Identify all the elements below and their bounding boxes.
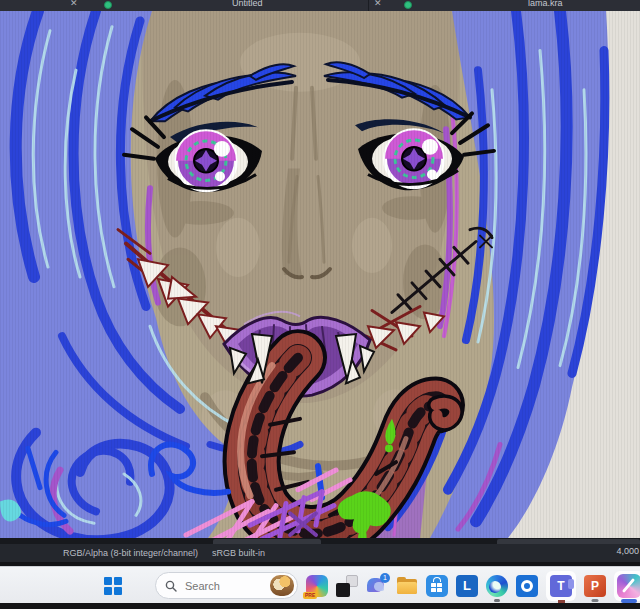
taskbar-icon-squares-app[interactable] xyxy=(336,575,358,597)
document-icon xyxy=(104,1,112,9)
search-input[interactable] xyxy=(183,579,264,593)
document-tab-bar: ✕ Untitled ✕ lama.kra xyxy=(0,0,640,11)
color-profile-label: sRGB built-in xyxy=(212,548,265,558)
taskbar-icon-powerpoint[interactable]: P xyxy=(584,575,606,597)
taskbar-search[interactable] xyxy=(155,572,298,599)
krita-icon xyxy=(617,574,640,598)
taskbar-icon-chat[interactable]: 1 xyxy=(366,575,388,597)
tab-untitled[interactable]: Untitled xyxy=(232,0,263,11)
taskbar-icon-file-explorer[interactable] xyxy=(396,575,418,597)
painting-canvas[interactable] xyxy=(0,11,640,538)
taskbar-icon-krita[interactable] xyxy=(614,571,640,601)
linkedin-icon: L xyxy=(456,575,478,597)
folder-front xyxy=(397,582,417,594)
tab-close-icon[interactable]: ✕ xyxy=(374,0,382,11)
artwork-illustration xyxy=(0,11,640,538)
tab-lama-kra[interactable]: lama.kra xyxy=(528,0,563,11)
running-indicator xyxy=(592,599,599,602)
ring-app-icon xyxy=(516,575,538,597)
running-indicator xyxy=(494,599,500,602)
color-mode-label: RGB/Alpha (8-bit integer/channel) xyxy=(63,548,198,558)
canvas-size-label: 4,000 x xyxy=(616,546,640,556)
taskbar-icon-edge[interactable] xyxy=(486,575,508,597)
taskbar-icon-company-portal[interactable] xyxy=(516,575,538,597)
taskbar-icon-copilot[interactable]: PRE xyxy=(306,575,328,597)
chat-bubble-small-icon xyxy=(374,582,384,591)
monitor-bezel xyxy=(0,603,640,609)
teams-icon: T xyxy=(550,575,572,597)
powerpoint-icon: P xyxy=(584,575,606,597)
tab-separator xyxy=(368,0,369,11)
tab-close-icon[interactable]: ✕ xyxy=(70,0,78,11)
chat-notification-badge: 1 xyxy=(380,573,390,583)
status-bar: RGB/Alpha (8-bit integer/channel) sRGB b… xyxy=(0,544,640,562)
taskbar-icon-linkedin[interactable]: L xyxy=(456,575,478,597)
windows-taskbar: PRE 1 L xyxy=(0,566,640,603)
taskbar-icon-store[interactable] xyxy=(426,575,448,597)
squares-app-icon-dark xyxy=(336,583,350,597)
document-icon xyxy=(404,1,412,9)
taskbar-icon-teams[interactable]: T xyxy=(546,571,576,601)
store-bag-icon xyxy=(426,575,448,597)
search-highlight-image[interactable] xyxy=(270,575,294,596)
start-button[interactable] xyxy=(104,577,122,595)
edge-browser-icon xyxy=(486,575,508,597)
copilot-preview-badge: PRE xyxy=(303,592,317,599)
folder-tab xyxy=(397,577,406,582)
search-icon xyxy=(165,580,177,592)
active-app-indicator xyxy=(621,599,637,603)
